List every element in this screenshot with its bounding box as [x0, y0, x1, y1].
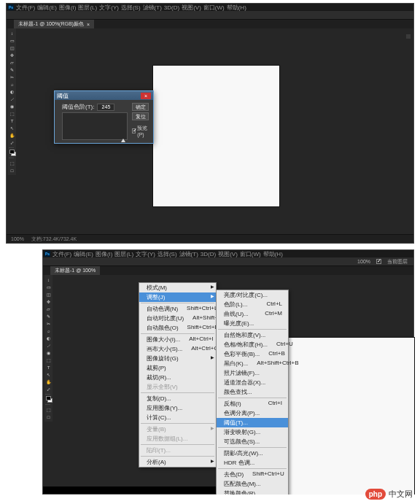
canvas[interactable] — [152, 65, 280, 207]
threshold-slider[interactable] — [121, 139, 125, 142]
threshold-input[interactable]: 245 — [97, 104, 114, 111]
menu-3d[interactable]: 3D(D) — [164, 4, 179, 11]
zoom-level[interactable]: 100% — [11, 236, 24, 241]
tool-marquee[interactable]: ▭ — [9, 37, 15, 44]
tool-12[interactable]: T — [45, 364, 52, 371]
histogram[interactable] — [62, 112, 128, 140]
menu-file[interactable]: 文件(F) — [16, 4, 35, 12]
menu-window[interactable]: 窗口(W) — [203, 4, 225, 12]
menu-file[interactable]: 文件(F) — [52, 250, 71, 258]
checkbox-icon[interactable] — [132, 128, 136, 133]
menu-item[interactable]: 阈值(T)... — [217, 418, 288, 427]
menu-filter[interactable]: 滤镜(T) — [179, 250, 198, 258]
menu-view[interactable]: 视图(V) — [182, 4, 201, 12]
tool-14[interactable]: ✋ — [45, 379, 52, 385]
menu-item[interactable]: 色调分离(P)... — [217, 408, 288, 418]
tool-path[interactable]: ↖ — [9, 125, 15, 131]
panel-tab[interactable] — [406, 34, 411, 39]
foreground-swatch[interactable] — [9, 150, 15, 154]
menu-type[interactable]: 文字(Y) — [99, 4, 119, 12]
menu-item[interactable]: 裁切(R)... — [139, 373, 216, 382]
menu-layer[interactable]: 图层(L) — [114, 250, 133, 258]
menu-item[interactable]: 自然饱和度(V)... — [217, 330, 288, 340]
menu-help[interactable]: 帮助(H) — [263, 250, 283, 258]
tool-5[interactable]: ✎ — [45, 313, 52, 319]
menu-item[interactable]: 通道混合器(X)... — [217, 378, 288, 387]
menu-item[interactable]: 应用图像(Y)... — [139, 403, 216, 413]
opacity-value[interactable]: 100% — [357, 259, 370, 264]
tool-eyedropper[interactable]: ✎ — [9, 66, 15, 73]
menu-help[interactable]: 帮助(H) — [227, 4, 246, 12]
tool-heal[interactable]: ✂ — [9, 74, 15, 80]
menu-select[interactable]: 选择(S) — [158, 250, 177, 258]
menu-item[interactable]: 反相(I)Ctrl+I — [217, 399, 288, 408]
tool-0[interactable]: ↕ — [45, 276, 52, 283]
menu-image[interactable]: 图像(I) — [59, 4, 77, 12]
document-tab[interactable]: 未标题-1 @ 100%(RGB)颜色 × — [14, 20, 94, 28]
tool-screenmode[interactable]: □ — [9, 167, 15, 174]
menu-filter[interactable]: 滤镜(T) — [143, 4, 162, 12]
menu-item[interactable]: 替换颜色(R)... — [217, 489, 288, 495]
menu-edit[interactable]: 编辑(E) — [74, 250, 93, 258]
sample-layer[interactable]: 当前图层 — [387, 258, 408, 265]
menu-item[interactable]: 裁剪(P) — [139, 363, 216, 373]
menu-item[interactable]: 曲线(U)...Ctrl+M — [217, 309, 288, 319]
canvas[interactable] — [287, 337, 415, 495]
menu-window[interactable]: 窗口(W) — [240, 250, 261, 258]
tool-6[interactable]: ✂ — [45, 320, 52, 327]
menu-item[interactable]: 颜色查找... — [217, 387, 288, 397]
menu-item[interactable]: 分析(A) — [139, 457, 216, 467]
menu-item[interactable]: HDR 色调... — [217, 458, 288, 468]
menu-item[interactable]: 照片滤镜(F)... — [217, 368, 288, 378]
menu-item[interactable]: 调整(J) — [139, 292, 216, 302]
dialog-titlebar[interactable]: 阈值 × — [55, 91, 153, 100]
menu-item[interactable]: 亮度/对比度(C)... — [217, 290, 288, 300]
tool-19[interactable]: ⬚ — [45, 406, 52, 413]
menu-item[interactable]: 自动颜色(O)Shift+Ctrl+B — [139, 323, 216, 333]
menu-item[interactable]: 可选颜色(S)... — [217, 437, 288, 446]
tool-1[interactable]: ▭ — [45, 284, 52, 290]
tool-type[interactable]: T — [9, 117, 15, 124]
tool-brush[interactable]: ⌕ — [9, 81, 15, 88]
tool-gradient[interactable]: ⬚ — [9, 110, 15, 117]
menu-item[interactable]: 复制(D)... — [139, 394, 216, 403]
tool-stamp[interactable]: ◐ — [9, 88, 15, 95]
tool-hand[interactable]: ✋ — [9, 132, 15, 139]
menu-item[interactable]: 画布大小(S)...Alt+Ctrl+C — [139, 344, 216, 354]
menu-item[interactable]: 黑白(K)...Alt+Shift+Ctrl+B — [217, 359, 288, 368]
preview-checkbox[interactable]: 预览(P) — [132, 125, 149, 137]
menu-item[interactable]: 图像旋转(G) — [139, 354, 216, 363]
menu-item[interactable]: 计算(C)... — [139, 413, 216, 422]
menu-item[interactable]: 自动色调(N)Shift+Ctrl+L — [139, 304, 216, 314]
tool-wand[interactable]: ✥ — [9, 52, 15, 58]
tool-8[interactable]: ◐ — [45, 335, 52, 341]
menu-item[interactable]: 阴影/高光(W)... — [217, 449, 288, 458]
menu-item[interactable]: 自动对比度(U)Alt+Shift+Ctrl+L — [139, 314, 216, 323]
menu-item[interactable]: 色相/饱和度(H)...Ctrl+U — [217, 340, 288, 349]
tool-20[interactable]: □ — [45, 414, 52, 420]
menu-layer[interactable]: 图层(L) — [78, 4, 97, 12]
menu-item[interactable]: 曝光度(E)... — [217, 319, 288, 328]
menu-item[interactable]: 匹配颜色(M)... — [217, 479, 288, 489]
tool-4[interactable]: ▱ — [45, 306, 52, 312]
close-icon[interactable]: × — [141, 93, 151, 99]
tool-quickmask[interactable]: ⬚ — [9, 160, 15, 166]
menu-image[interactable]: 图像(I) — [96, 250, 113, 258]
tool-history[interactable]: ⟋ — [9, 96, 15, 102]
tool-2[interactable]: ◫ — [45, 291, 52, 298]
tool-crop[interactable]: ▱ — [9, 59, 15, 66]
tool-zoom[interactable]: ⤢ — [9, 139, 15, 146]
checkbox-icon[interactable] — [376, 259, 381, 264]
menu-item[interactable]: 色彩平衡(B)...Ctrl+B — [217, 349, 288, 359]
menu-item[interactable]: 模式(M) — [139, 283, 216, 292]
cancel-button[interactable]: 复位 — [132, 112, 149, 120]
tool-13[interactable]: ↖ — [45, 371, 52, 378]
menu-view[interactable]: 视图(V) — [218, 250, 238, 258]
tool-3[interactable]: ✥ — [45, 298, 52, 305]
tool-17[interactable] — [45, 396, 52, 403]
tool-7[interactable]: ⌕ — [45, 327, 52, 334]
color-swatches[interactable] — [9, 150, 15, 156]
menu-edit[interactable]: 编辑(E) — [37, 4, 57, 12]
menu-item[interactable]: 渐变映射(G)... — [217, 427, 288, 437]
ok-button[interactable]: 确定 — [132, 103, 149, 111]
